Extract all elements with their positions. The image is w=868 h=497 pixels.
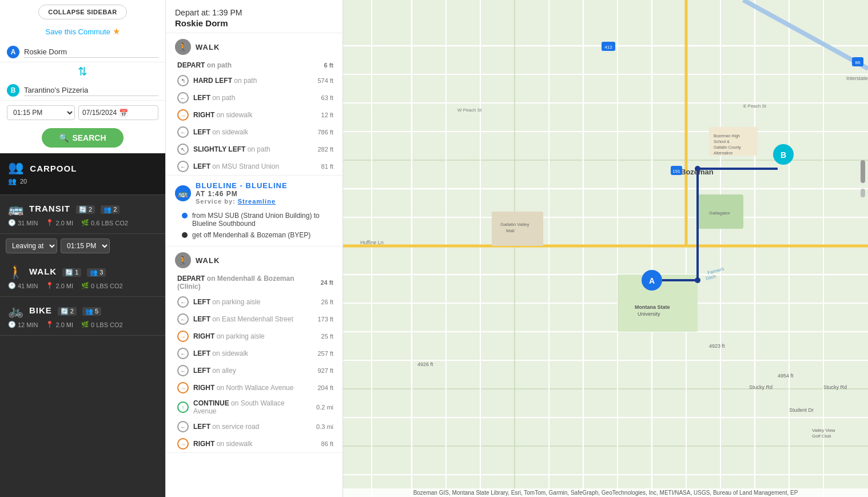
step-text-right1: RIGHT on sidewalk [193, 111, 306, 119]
star-icon: ★ [113, 26, 120, 36]
transit-co2-icon: 🌿 [81, 219, 89, 226]
time-select[interactable]: 01:15 PM [7, 105, 75, 120]
transfer-icon: 🔄 [79, 206, 87, 213]
step-text-left7: LEFT on alley [193, 367, 306, 375]
depart-time: Depart at: 1:39 PM [175, 8, 333, 17]
right1-icon: → [177, 109, 189, 121]
step-left-2: ← LEFT on sidewalk 786 ft [166, 124, 343, 141]
route-walk[interactable]: 🚶 WALK 🔄 1 👥 3 🕐 41 MIN 📍 2.0 MI 🌿 0 LBS… [0, 258, 165, 297]
left4-icon: ← [177, 296, 189, 308]
date-input-wrap[interactable]: 07/15/2024 📅 [78, 105, 158, 120]
transit-provider-link[interactable]: Streamline [238, 198, 276, 205]
svg-text:Golf Club: Golf Club [812, 434, 831, 439]
walk-people: 👥 3 [87, 268, 106, 277]
walk-meta: 🕐 41 MIN 📍 2.0 MI 🌿 0 LBS CO2 [8, 282, 157, 289]
transit-title: TRANSIT [29, 204, 70, 213]
svg-text:B: B [781, 150, 786, 160]
transit-time-label: AT 1:46 PM [196, 190, 288, 198]
leaving-at-row: Leaving at 01:15 PM [0, 234, 165, 258]
origin-input[interactable] [24, 46, 158, 58]
search-button[interactable]: 🔍 SEARCH [42, 128, 123, 148]
svg-text:Stucky Rd: Stucky Rd [823, 384, 847, 390]
directions-panel: Depart at: 1:39 PM Roskie Dorm 🚶 WALK DE… [166, 0, 343, 497]
map-attribution: Bozeman GIS, Montana State Library, Esri… [343, 488, 868, 497]
step-text-left2: LEFT on sidewalk [193, 128, 306, 136]
step-right-4: → RIGHT on sidewalk 86 ft [166, 435, 343, 452]
transit-icon: 🚌 [8, 202, 23, 217]
step-text-depart-2: DEPART on Mendenhall & Bozeman (Clinic) [177, 275, 306, 291]
transit-section: 🚌 BLUELINE - BLUELINE AT 1:46 PM Service… [166, 176, 343, 246]
map-area[interactable]: Gallagator Montana State University Gall… [343, 0, 868, 497]
continue-icon: ↑ [177, 401, 189, 413]
right2-icon: → [177, 331, 189, 342]
walk-section-header-2: 🚶 WALK [166, 246, 343, 272]
carpool-title: 👥 CARPOOL [8, 160, 157, 175]
map-svg: Gallagator Montana State University Gall… [343, 0, 868, 497]
right3-icon: → [177, 382, 189, 393]
step-right-2: → RIGHT on parking aisle 25 ft [166, 328, 343, 345]
collapse-sidebar-button[interactable]: COLLAPSE SIDEBAR [38, 5, 126, 19]
svg-text:4926 ft: 4926 ft [417, 361, 433, 367]
walk-section-1: 🚶 WALK DEPART on path 6 ft ↰ HARD LEFT o… [166, 33, 343, 176]
step-dist-right1: 12 ft [310, 112, 333, 118]
route-bike[interactable]: 🚲 BIKE 🔄 2 👥 5 🕐 12 MIN 📍 2.0 MI 🌿 0 LBS… [0, 297, 165, 336]
svg-text:Interstate: Interstate [846, 75, 868, 81]
bike-dist-icon: 📍 [46, 321, 54, 328]
bike-title: BIKE [29, 305, 52, 315]
depart-place: Roskie Dorm [175, 18, 333, 28]
left1-icon: ← [177, 92, 189, 104]
bike-meta: 🕐 12 MIN 📍 2.0 MI 🌿 0 LBS CO2 [8, 321, 157, 328]
carpool-count: 20 [20, 178, 27, 185]
transit-stop-to: get off Mendenhall & Bozeman (BYEP) [182, 231, 333, 239]
walk-dist-icon: 📍 [46, 282, 54, 289]
step-slightleft: ↖ SLIGHTLY LEFT on path 282 ft [166, 141, 343, 158]
leaving-time-select[interactable]: 01:15 PM [61, 238, 110, 253]
carpool-people-icon: 👥 [8, 177, 17, 185]
walk-section-label-2: WALK [196, 256, 220, 265]
route-transit[interactable]: 🚌 TRANSIT 🔄 2 👥 2 🕐 31 MIN 📍 2.0 MI 🌿 0.… [0, 195, 165, 234]
step-dist-right2: 25 ft [310, 333, 333, 340]
svg-text:191: 191 [672, 169, 680, 174]
svg-text:Alternative: Alternative [714, 151, 732, 155]
save-commute-link[interactable]: Save this Commute ★ [0, 26, 165, 37]
step-continue: ↑ CONTINUE on South Wallace Avenue 0.2 m… [166, 396, 343, 418]
date-value: 07/15/2024 [82, 109, 117, 117]
route-carpool[interactable]: 👥 CARPOOL 👥 20 [0, 153, 165, 195]
leaving-at-select[interactable]: Leaving at [6, 238, 57, 253]
walk-section-icon-1: 🚶 [175, 39, 191, 55]
directions-header: Depart at: 1:39 PM Roskie Dorm [166, 0, 343, 33]
save-commute-anchor[interactable]: Save this Commute ★ [45, 27, 120, 36]
walk-transfers: 🔄 1 [62, 268, 81, 277]
destination-input[interactable] [24, 85, 158, 96]
svg-text:Student Dr: Student Dr [789, 407, 814, 413]
transit-people-icon: 👥 [103, 206, 112, 213]
svg-text:University: University [638, 311, 660, 317]
walk-section-label-1: WALK [196, 43, 220, 51]
step-dist-left8: 0.3 mi [310, 423, 333, 430]
search-icon: 🔍 [59, 133, 69, 142]
swap-row: ⇅ [0, 62, 165, 81]
walk-clock-icon: 🕐 [8, 282, 16, 289]
bike-co2-icon: 🌿 [81, 321, 89, 328]
step-dist-left5: 173 ft [310, 316, 333, 323]
step-dist-continue: 0.2 mi [310, 404, 333, 411]
svg-text:Montana State: Montana State [635, 304, 670, 310]
step-depart-1: DEPART on path 6 ft [166, 58, 343, 72]
calendar-icon: 📅 [119, 109, 128, 117]
bike-transfers: 🔄 2 [58, 307, 77, 316]
walk-transfer-icon: 🔄 [65, 269, 73, 276]
step-text-depart-1: DEPART on path [177, 61, 306, 69]
carpool-icons: 👥 20 [8, 177, 157, 185]
svg-rect-64 [861, 160, 865, 183]
step-dist-left2: 786 ft [310, 129, 333, 136]
step-left-1: ← LEFT on path 63 ft [166, 89, 343, 106]
route-options: 👥 CARPOOL 👥 20 🚌 TRANSIT 🔄 2 👥 2 [0, 153, 165, 497]
step-text-slightleft: SLIGHTLY LEFT on path [193, 145, 306, 153]
swap-icon[interactable]: ⇅ [78, 65, 87, 78]
walk-title: WALK [29, 267, 57, 276]
transit-stop-from: from MSU SUB (Strand Union Building) to … [182, 212, 333, 228]
left2-icon: ← [177, 126, 189, 138]
slightleft-icon: ↖ [177, 144, 189, 155]
svg-text:E Peach St: E Peach St [743, 104, 767, 109]
step-dist-left4: 26 ft [310, 299, 333, 305]
